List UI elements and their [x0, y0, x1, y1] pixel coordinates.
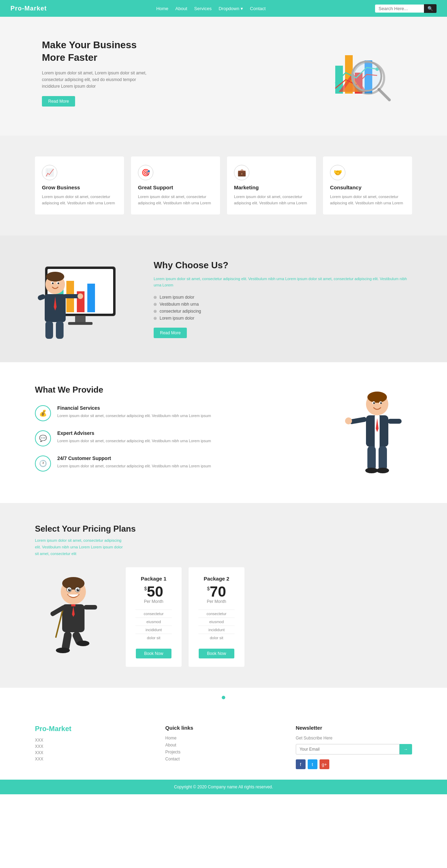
pricing-illustration: [35, 567, 112, 659]
svg-point-53: [69, 589, 71, 590]
pricing-plan-name-1: Package 2: [198, 576, 235, 582]
nav-about[interactable]: About: [175, 6, 187, 11]
pricing-price-0: $ 50: [135, 584, 172, 599]
pricing-feature-1-0: consectetur: [198, 610, 235, 618]
svg-rect-16: [75, 316, 86, 323]
footer-brand: Pro-Market: [35, 725, 151, 733]
svg-point-48: [62, 577, 85, 590]
hero-description: Lorem ipsum dolor sit amet, Lorem ipsum …: [42, 70, 154, 90]
provide-title-0: Financial Services: [57, 405, 211, 411]
feature-title-3: Consultancy: [330, 184, 405, 190]
social-icons: f t g+: [296, 759, 412, 769]
svg-rect-26: [37, 294, 46, 301]
feature-title-1: Great Support: [138, 184, 213, 190]
footer-link-home[interactable]: Home: [165, 736, 281, 741]
what-provide-section: What We Provide 💰 Financial Services Lor…: [0, 362, 447, 503]
pricing-feature-0-1: eiusmod: [135, 618, 172, 626]
features-section: 📈 Grow Business Lorem ipsum dolor sit am…: [0, 136, 447, 235]
provide-title-2: 24/7 Customer Support: [57, 455, 211, 461]
footer-copyright: Copyright © 2020 Company name All rights…: [0, 780, 447, 794]
svg-rect-56: [71, 604, 75, 606]
svg-rect-43: [367, 446, 376, 471]
why-heading: Why Choose Us?: [154, 260, 412, 271]
nav-dropdown[interactable]: Dropdown ▾: [219, 6, 243, 11]
pricing-feature-0-0: consectetur: [135, 610, 172, 618]
pricing-heading: Select Your Pricing Plans: [35, 524, 412, 534]
svg-rect-60: [84, 605, 97, 610]
provide-icon-0: 💰: [35, 405, 51, 421]
hero-cta-button[interactable]: Read More: [42, 96, 75, 107]
why-item-0: Lorem ipsum dolor: [154, 295, 412, 300]
provide-item-2: 🕐 24/7 Customer Support Lorem ipsum dolo…: [35, 455, 321, 472]
feature-desc-3: Lorem ipsum dolor sit amet, consectetur …: [330, 194, 405, 206]
search-input[interactable]: [375, 5, 424, 13]
hero-image: [314, 38, 405, 108]
pricing-features-1: consectetur eiusmod incididunt dolor sit: [198, 610, 235, 642]
search-form: 🔍: [375, 4, 437, 13]
footer-newsletter-heading: Newsletter: [296, 725, 412, 731]
provide-desc-2: Lorem ipsum dolor sit amet, consectetur …: [57, 463, 211, 469]
book-now-button-0[interactable]: Book Now: [136, 649, 172, 658]
google-plus-icon[interactable]: g+: [320, 759, 329, 769]
provide-text-2: 24/7 Customer Support Lorem ipsum dolor …: [57, 455, 211, 469]
pricing-card-1: Package 2 $ 70 Per Month consectetur eiu…: [189, 567, 244, 667]
newsletter-email-input[interactable]: [296, 744, 400, 754]
footer-link-projects[interactable]: Projects: [165, 750, 281, 754]
feature-title-2: Marketing: [234, 184, 309, 190]
footer-link-about[interactable]: About: [165, 743, 281, 747]
pricing-features-0: consectetur eiusmod incididunt dolor sit: [135, 610, 172, 642]
svg-point-45: [365, 468, 378, 473]
pricing-card-0: Package 1 $ 50 Per Month consectetur eiu…: [126, 567, 182, 667]
provide-text-1: Expert Advisers Lorem ipsum dolor sit am…: [57, 430, 211, 444]
footer-xxx-0: XXX: [35, 738, 151, 743]
nav-menu: Home About Services Dropdown ▾ Contact: [156, 6, 265, 11]
footer-link-contact[interactable]: Contact: [165, 757, 281, 761]
svg-point-32: [367, 392, 387, 403]
feature-icon-1: 🎯: [138, 165, 153, 180]
pricing-feature-1-1: eiusmod: [198, 618, 235, 626]
nav-contact[interactable]: Contact: [250, 6, 266, 11]
provide-heading: What We Provide: [35, 385, 321, 395]
provide-icon-1: 💬: [35, 430, 51, 446]
feature-card-3: 🤝 Consultancy Lorem ipsum dolor sit amet…: [323, 156, 412, 214]
footer-xxx-3: XXX: [35, 757, 151, 761]
why-cta-button[interactable]: Read More: [154, 328, 187, 338]
facebook-icon[interactable]: f: [296, 759, 306, 769]
footer: Pro-Market XXX XXX XXX XXX Quick links H…: [0, 707, 447, 794]
svg-point-8: [352, 61, 381, 91]
nav-home[interactable]: Home: [156, 6, 168, 11]
hero-section: Make Your Business More Faster Lorem ips…: [0, 17, 447, 136]
why-description: Lorem ipsum dolor sit amet, consectetur …: [154, 276, 412, 289]
pricing-feature-1-2: incididunt: [198, 626, 235, 634]
feature-desc-2: Lorem ipsum dolor sit amet, consectetur …: [234, 194, 309, 206]
feature-desc-0: Lorem ipsum dolor sit amet, consectetur …: [42, 194, 117, 206]
footer-links-heading: Quick links: [165, 725, 281, 731]
svg-point-63: [56, 648, 70, 653]
feature-card-2: 💼 Marketing Lorem ipsum dolor sit amet, …: [227, 156, 316, 214]
svg-rect-42: [388, 419, 402, 424]
pricing-period-1: Per Month: [198, 599, 235, 604]
why-list: Lorem ipsum dolor Vestibulum nibh urna c…: [154, 295, 412, 321]
pagination-dot[interactable]: [222, 696, 225, 699]
newsletter-subscribe-button[interactable]: →: [400, 744, 412, 754]
hero-text: Make Your Business More Faster Lorem ips…: [42, 39, 154, 107]
book-now-button-1[interactable]: Book Now: [199, 649, 235, 658]
pricing-feature-1-3: dolor sit: [198, 634, 235, 642]
brand-logo[interactable]: Pro-Market: [10, 5, 47, 12]
nav-services[interactable]: Services: [194, 6, 212, 11]
feature-icon-0: 📈: [42, 165, 57, 180]
why-content: Why Choose Us? Lorem ipsum dolor sit ame…: [154, 260, 412, 338]
why-item-2: consectetur adipiscing: [154, 309, 412, 314]
pricing-price-1: $ 70: [198, 584, 235, 599]
feature-title-0: Grow Business: [42, 184, 117, 190]
pricing-feature-0-3: dolor sit: [135, 634, 172, 642]
footer-grid: Pro-Market XXX XXX XXX XXX Quick links H…: [35, 725, 412, 769]
provide-item-0: 💰 Financial Services Lorem ipsum dolor s…: [35, 405, 321, 421]
footer-brand-col: Pro-Market XXX XXX XXX XXX: [35, 725, 151, 769]
pagination: [0, 688, 447, 707]
svg-rect-29: [45, 321, 53, 339]
feature-icon-2: 💼: [234, 165, 249, 180]
twitter-icon[interactable]: t: [308, 759, 317, 769]
footer-links-col: Quick links Home About Projects Contact: [165, 725, 281, 769]
search-button[interactable]: 🔍: [424, 4, 437, 13]
